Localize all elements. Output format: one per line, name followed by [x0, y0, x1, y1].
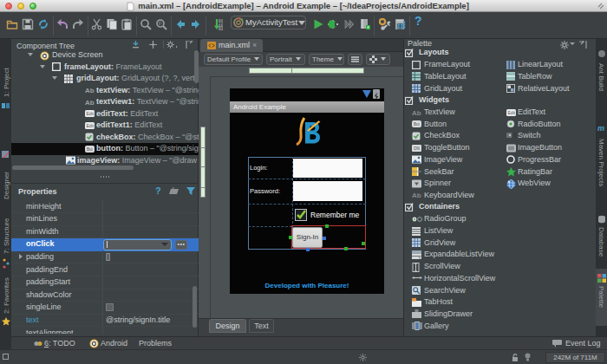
svg-text:Ab: Ab [85, 99, 95, 107]
svg-text:01: 01 [219, 27, 223, 30]
svg-text:But: But [87, 147, 94, 152]
svg-text:Ab: Ab [412, 192, 421, 199]
svg-text:ON: ON [414, 146, 420, 151]
svg-text:Edit: Edit [87, 123, 95, 128]
svg-text:Edit: Edit [87, 111, 95, 116]
svg-text:Edit: Edit [508, 110, 516, 115]
svg-text:Ab: Ab [85, 87, 95, 94]
svg-text:But: But [414, 122, 421, 127]
svg-text:Ab: Ab [412, 109, 421, 117]
